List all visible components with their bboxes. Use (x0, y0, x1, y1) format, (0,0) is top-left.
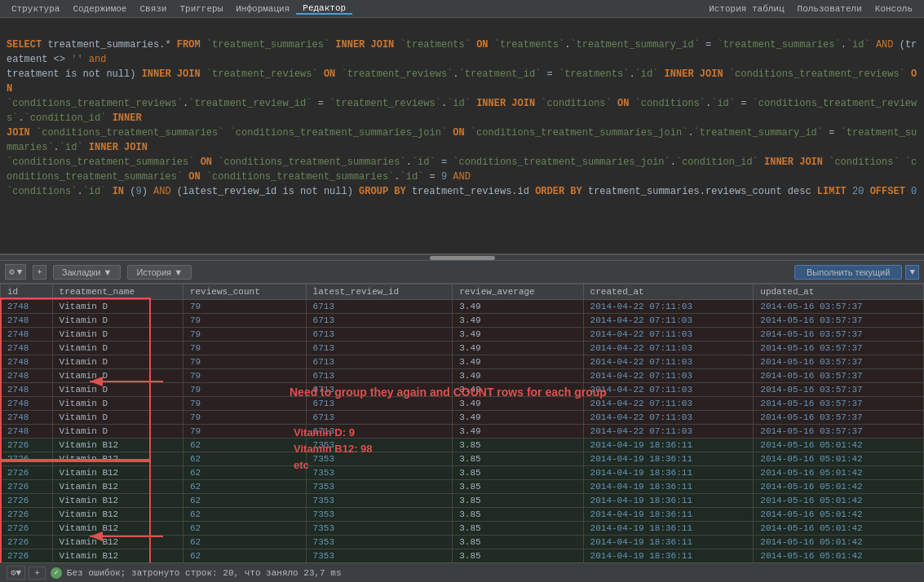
table-cell: 2726 (1, 494, 53, 508)
table-cell: 79 (183, 369, 306, 383)
table-cell: 62 (183, 536, 306, 549)
table-row[interactable]: 2748Vitamin D7967133.492014-04-22 07:11:… (1, 300, 924, 314)
table-cell: 3.85 (453, 452, 583, 466)
table-row[interactable]: 2726Vitamin B126273533.852014-04-19 18:3… (1, 536, 924, 549)
table-cell: 2014-04-22 07:11:03 (583, 369, 754, 383)
table-cell: 6713 (306, 342, 453, 355)
add-dropdown[interactable]: + (33, 265, 46, 280)
sql-editor[interactable]: SELECT treatment_summaries.* FROM `treat… (0, 18, 924, 254)
settings-dropdown[interactable]: ⚙ ▼ (5, 264, 26, 280)
nav-structure[interactable]: Структура (5, 4, 66, 14)
table-cell: 2014-05-16 03:57:37 (754, 425, 924, 439)
table-row[interactable]: 2748Vitamin D7967133.492014-04-22 07:11:… (1, 383, 924, 397)
table-cell: 3.49 (453, 355, 583, 369)
table-cell: 2014-04-19 18:36:11 (583, 494, 754, 508)
col-reviews-count[interactable]: reviews_count (183, 284, 306, 300)
table-cell: 7353 (306, 549, 453, 563)
table-row[interactable]: 2748Vitamin D7967133.492014-04-22 07:11:… (1, 314, 924, 328)
status-add-btn[interactable]: + (29, 567, 46, 580)
col-latest-review-id[interactable]: latest_review_id (306, 284, 453, 300)
nav-content[interactable]: Содержимое (66, 4, 133, 14)
table-cell: Vitamin B12 (52, 508, 183, 522)
nav-info[interactable]: Информация (229, 4, 296, 14)
status-ok-icon: ✓ (51, 567, 62, 579)
col-id[interactable]: id (1, 284, 53, 300)
table-row[interactable]: 2726Vitamin B126273533.852014-04-19 18:3… (1, 508, 924, 522)
table-cell: 79 (183, 300, 306, 314)
table-cell: 2014-04-19 18:36:11 (583, 480, 754, 494)
nav-editor[interactable]: Редактор (296, 3, 352, 15)
nav-console[interactable]: Консоль (869, 4, 919, 14)
bookmarks-dropdown-icon: ▼ (104, 267, 113, 277)
table-cell: 7353 (306, 466, 453, 480)
table-container[interactable]: id treatment_name reviews_count latest_r… (0, 284, 924, 577)
table-cell: 2014-05-16 03:57:37 (754, 328, 924, 342)
table-cell: Vitamin D (52, 314, 183, 328)
table-cell: 2748 (1, 383, 53, 397)
table-cell: 62 (183, 452, 306, 466)
table-cell: 3.85 (453, 439, 583, 452)
table-row[interactable]: 2726Vitamin B126273533.852014-04-19 18:3… (1, 439, 924, 452)
table-cell: Vitamin D (52, 300, 183, 314)
table-cell: 2014-04-22 07:11:03 (583, 397, 754, 411)
col-treatment-name[interactable]: treatment_name (52, 284, 183, 300)
table-cell: 2014-05-16 05:01:42 (754, 466, 924, 480)
table-cell: 6713 (306, 425, 453, 439)
status-bar: ⚙▼ + ✓ Без ошибок; затронуто строк: 20, … (0, 562, 924, 582)
table-cell: 6713 (306, 314, 453, 328)
table-cell: 62 (183, 494, 306, 508)
table-cell: 3.85 (453, 480, 583, 494)
table-cell: 2014-05-16 05:01:42 (754, 494, 924, 508)
table-row[interactable]: 2726Vitamin B126273533.852014-04-19 18:3… (1, 549, 924, 563)
table-cell: 62 (183, 466, 306, 480)
table-cell: 7353 (306, 522, 453, 536)
history-button[interactable]: История ▼ (127, 265, 192, 280)
table-cell: 3.85 (453, 549, 583, 563)
data-area: id treatment_name reviews_count latest_r… (0, 284, 924, 582)
table-row[interactable]: 2748Vitamin D7967133.492014-04-22 07:11:… (1, 397, 924, 411)
table-cell: 2748 (1, 355, 53, 369)
scroll-thumb[interactable] (430, 256, 495, 260)
table-cell: Vitamin B12 (52, 522, 183, 536)
table-row[interactable]: 2748Vitamin D7967133.492014-04-22 07:11:… (1, 411, 924, 425)
table-row[interactable]: 2726Vitamin B126273533.852014-04-19 18:3… (1, 452, 924, 466)
table-row[interactable]: 2748Vitamin D7967133.492014-04-22 07:11:… (1, 328, 924, 342)
nav-users[interactable]: Пользователи (791, 4, 869, 14)
table-cell: 79 (183, 355, 306, 369)
nav-triggers[interactable]: Триггеры (173, 4, 229, 14)
table-cell: 2014-05-16 05:01:42 (754, 522, 924, 536)
table-cell: 62 (183, 522, 306, 536)
nav-relations[interactable]: Связи (133, 4, 173, 14)
table-cell: 62 (183, 439, 306, 452)
table-cell: 2014-04-19 18:36:11 (583, 508, 754, 522)
col-updated-at[interactable]: updated_at (754, 284, 924, 300)
table-row[interactable]: 2748Vitamin D7967133.492014-04-22 07:11:… (1, 355, 924, 369)
table-cell: 2748 (1, 369, 53, 383)
status-settings[interactable]: ⚙▼ (7, 566, 25, 580)
table-row[interactable]: 2726Vitamin B126273533.852014-04-19 18:3… (1, 522, 924, 536)
table-cell: 79 (183, 411, 306, 425)
table-row[interactable]: 2748Vitamin D7967133.492014-04-22 07:11:… (1, 342, 924, 355)
table-cell: 3.49 (453, 397, 583, 411)
col-review-average[interactable]: review_average (453, 284, 583, 300)
table-row[interactable]: 2748Vitamin D7967133.492014-04-22 07:11:… (1, 425, 924, 439)
table-cell: 6713 (306, 355, 453, 369)
run-dropdown[interactable]: ▼ (905, 265, 919, 280)
bookmarks-button[interactable]: Закладки ▼ (53, 265, 122, 280)
table-cell: 79 (183, 425, 306, 439)
settings-icon: ⚙ (9, 267, 15, 277)
run-current-button[interactable]: Выполнить текущий (794, 265, 902, 280)
table-cell: 2014-04-19 18:36:11 (583, 536, 754, 549)
table-cell: 2014-05-16 03:57:37 (754, 383, 924, 397)
scrollbar-divider[interactable] (0, 254, 924, 261)
table-row[interactable]: 2726Vitamin B126273533.852014-04-19 18:3… (1, 466, 924, 480)
table-cell: 79 (183, 397, 306, 411)
table-row[interactable]: 2726Vitamin B126273533.852014-04-19 18:3… (1, 480, 924, 494)
table-row[interactable]: 2748Vitamin D7967133.492014-04-22 07:11:… (1, 369, 924, 383)
col-created-at[interactable]: created_at (583, 284, 754, 300)
table-row[interactable]: 2726Vitamin B126273533.852014-04-19 18:3… (1, 494, 924, 508)
table-cell: 2726 (1, 466, 53, 480)
nav-table-history[interactable]: История таблиц (702, 4, 790, 14)
table-cell: 2014-04-22 07:11:03 (583, 425, 754, 439)
table-cell: 2748 (1, 411, 53, 425)
